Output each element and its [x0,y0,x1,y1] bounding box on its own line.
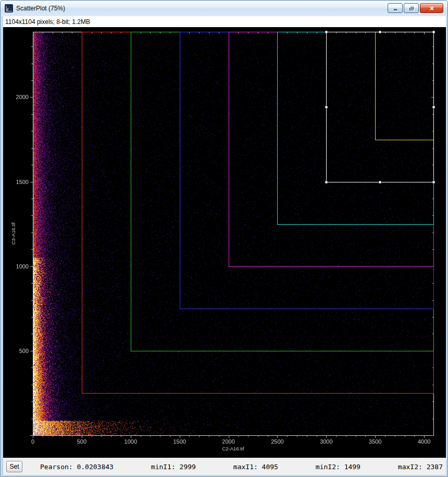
image-info-bar: 1104x1104 pixels; 8-bit; 1.2MB [3,16,446,27]
plot-frame [33,32,434,436]
client-area: 1104x1104 pixels; 8-bit; 1.2MB 050010001… [3,16,446,458]
x-tick-label: 3500 [369,438,381,445]
roi-rect-cyan [278,32,434,225]
window-controls [388,3,443,13]
stat-min-i1: minI1: 2999 [151,463,196,471]
active-roi-handle[interactable] [432,31,435,33]
x-axis-title: C2-A16.tif [222,446,244,451]
active-roi-handle[interactable] [325,106,328,108]
x-tick-label: 4000 [418,438,430,445]
stat-pearson: Pearson: 0.0203843 [40,463,114,471]
image-canvas-area: 0500100015002000250030003500400050010001… [3,27,446,458]
x-tick-label: 0 [31,438,34,445]
stat-max-i2: maxI2: 2387 [398,463,443,471]
status-stats: Pearson: 0.0203843 minI1: 2999 maxI1: 40… [40,463,443,471]
active-roi-handle[interactable] [432,181,435,184]
scatterplot-window: ScatterPlot (75%) 1104x1104 pixels; 8-b [0,0,448,477]
y-tick-label: 1000 [16,263,29,270]
roi-rect-blue [180,32,434,309]
minimize-icon [392,6,399,11]
x-tick-label: 2500 [271,438,283,445]
roi-rect-yellow [376,32,434,140]
y-tick-label: 500 [19,348,29,354]
window-title: ScatterPlot (75%) [16,5,65,12]
y-tick-label: 2000 [16,94,29,100]
title-bar[interactable]: ScatterPlot (75%) [1,1,447,16]
close-icon [429,6,435,11]
roi-rect-red [82,32,434,394]
x-tick-label: 3000 [320,438,332,445]
restore-button[interactable] [404,3,419,13]
y-tick-label: 1500 [16,179,29,185]
status-bar: Set Pearson: 0.0203843 minI1: 2999 maxI1… [3,458,446,475]
active-roi-handle[interactable] [379,181,381,184]
restore-icon [408,6,415,11]
x-tick-label: 2000 [222,438,234,445]
roi-rect-magenta [229,32,434,267]
axis-ticks [30,32,433,438]
active-roi-handle[interactable] [379,31,381,33]
active-roi-rect[interactable] [327,32,434,182]
app-icon [5,4,13,13]
close-button[interactable] [420,3,443,13]
y-axis-title: C3-A16.tif [10,223,16,245]
stat-max-i1: maxI1: 4095 [233,463,278,471]
active-roi[interactable] [325,31,435,184]
minimize-button[interactable] [388,3,403,13]
set-button[interactable]: Set [6,461,22,472]
x-tick-label: 1500 [173,438,185,445]
roi-rect-green [131,32,434,351]
active-roi-handle[interactable] [325,31,328,33]
stat-min-i2: minI2: 1499 [316,463,360,471]
active-roi-handle[interactable] [325,181,328,184]
active-roi-handle[interactable] [432,106,435,108]
plot-overlay: 0500100015002000250030003500400050010001… [3,27,446,458]
x-tick-label: 500 [77,438,86,445]
x-tick-label: 1000 [125,438,137,445]
